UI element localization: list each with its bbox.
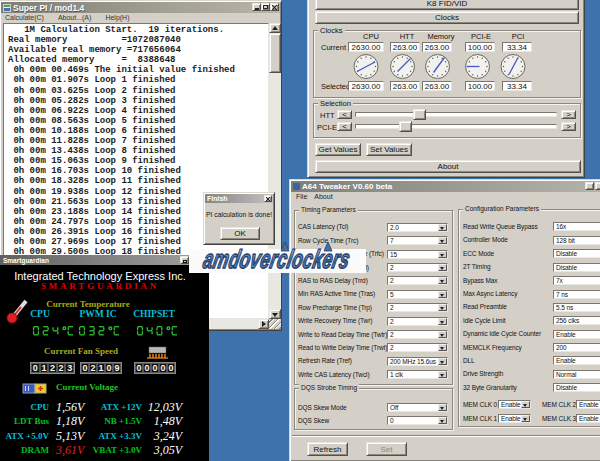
svg-text:amdoverclockers: amdoverclockers bbox=[201, 245, 353, 274]
